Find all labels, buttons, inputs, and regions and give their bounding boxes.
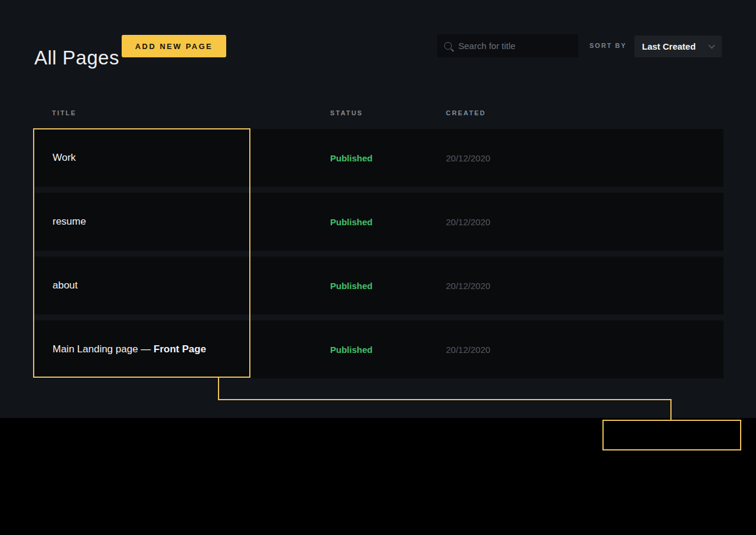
site-footer-preview: Dayoung Jeon About Resume Work bbox=[0, 418, 756, 535]
column-header-status: STATUS bbox=[330, 109, 363, 116]
search-icon bbox=[444, 42, 452, 50]
status-badge: Published bbox=[330, 153, 373, 163]
page-title-cell: about bbox=[53, 280, 78, 291]
chevron-down-icon bbox=[708, 42, 715, 48]
table-row-work[interactable]: Work Published 20/12/2020 bbox=[33, 129, 724, 187]
add-new-page-button[interactable]: ADD NEW PAGE bbox=[122, 35, 226, 57]
table-row-resume[interactable]: resume Published 20/12/2020 bbox=[33, 193, 724, 251]
page-title-cell: Main Landing page — Front Page bbox=[53, 343, 206, 355]
page-title-cell: resume bbox=[53, 216, 86, 228]
created-date: 20/12/2020 bbox=[446, 153, 490, 163]
search-box[interactable] bbox=[437, 34, 578, 57]
page-title-bold-text: Front Page bbox=[154, 343, 206, 355]
sort-dropdown[interactable]: Last Created bbox=[634, 35, 722, 57]
table-row-main-landing-page[interactable]: Main Landing page — Front Page Published… bbox=[33, 320, 724, 378]
created-date: 20/12/2020 bbox=[446, 217, 490, 227]
table-row-about[interactable]: about Published 20/12/2020 bbox=[33, 257, 724, 314]
page-title-text: Main Landing page — bbox=[53, 343, 154, 355]
created-date: 20/12/2020 bbox=[446, 345, 490, 355]
sort-dropdown-value: Last Created bbox=[642, 41, 696, 51]
status-badge: Published bbox=[330, 281, 373, 291]
pages-list: Work Published 20/12/2020 resume Publish… bbox=[33, 129, 724, 384]
page-title-cell: Work bbox=[53, 152, 76, 164]
column-header-created: CREATED bbox=[446, 109, 486, 116]
sort-by-label: SORT BY bbox=[589, 42, 627, 49]
created-date: 20/12/2020 bbox=[446, 281, 490, 291]
page-title-text: resume bbox=[53, 216, 86, 227]
column-header-title: TITLE bbox=[52, 109, 77, 116]
page-title-text: Work bbox=[53, 152, 76, 163]
search-input[interactable] bbox=[457, 40, 577, 51]
page-title-text: about bbox=[53, 280, 78, 291]
cms-all-pages-screen: All Pages ADD NEW PAGE SORT BY Last Crea… bbox=[0, 0, 756, 535]
status-badge: Published bbox=[330, 217, 373, 227]
status-badge: Published bbox=[330, 345, 373, 355]
page-title: All Pages bbox=[34, 47, 119, 69]
